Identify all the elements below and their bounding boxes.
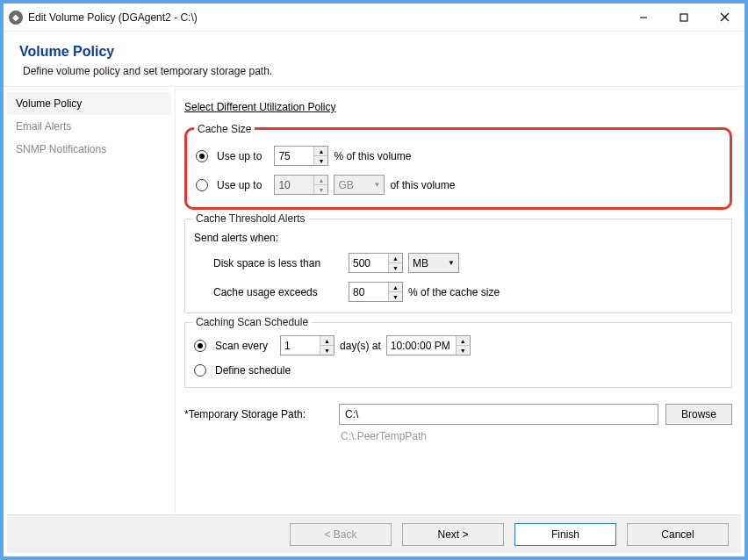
cache-size-legend: Cache Size [194,123,255,135]
cache-size-absolute-suffix: of this volume [390,179,455,191]
disk-space-input[interactable] [349,254,388,272]
cache-usage-input[interactable] [349,283,388,301]
temp-storage-hint: C:\.PeerTempPath [341,430,732,442]
spin-down-icon[interactable]: ▼ [314,156,327,165]
spin-up-icon[interactable]: ▲ [389,254,402,263]
svg-rect-1 [680,14,687,21]
cancel-button[interactable]: Cancel [627,523,729,546]
wizard-footer: < Back Next > Finish Cancel [7,514,741,553]
cache-threshold-intro: Send alerts when: [194,232,278,244]
heading: Volume Policy Define volume policy and s… [4,32,744,87]
disk-space-unit-value: MB [413,257,428,269]
spin-down-icon[interactable]: ▼ [314,185,327,194]
cache-size-group: Cache Size Use up to ▲ ▼ % of this volum… [184,127,732,210]
cache-threshold-group: Cache Threshold Alerts Send alerts when:… [184,219,732,313]
utilization-policy-link[interactable]: Select Different Utilization Policy [184,101,336,113]
window-title: Edit Volume Policy (DGAgent2 - C:\) [28,11,623,24]
spin-down-icon[interactable]: ▼ [320,346,334,355]
cache-size-percent-input[interactable] [275,147,313,165]
spin-up-icon[interactable]: ▲ [320,336,334,346]
temp-storage-input[interactable] [339,404,658,425]
spin-down-icon[interactable]: ▼ [389,292,402,301]
browse-button[interactable]: Browse [665,404,732,425]
cache-size-percent-suffix: % of this volume [334,150,411,162]
minimize-button[interactable] [623,4,664,31]
define-schedule-radio[interactable] [194,364,206,377]
cache-usage-suffix: % of the cache size [408,286,500,298]
cache-size-percent-label: Use up to [217,150,262,162]
spin-up-icon[interactable]: ▲ [314,147,327,156]
spin-down-icon[interactable]: ▼ [389,263,402,272]
scan-schedule-group: Caching Scan Schedule Scan every ▲ ▼ day… [184,322,732,388]
finish-button[interactable]: Finish [514,523,616,546]
scan-time-input[interactable] [387,336,456,355]
main-panel: Select Different Utilization Policy Cach… [176,87,744,513]
back-button[interactable]: < Back [290,523,392,546]
sidebar-item-email-alerts[interactable]: Email Alerts [7,115,171,138]
maximize-button[interactable] [664,4,704,31]
spin-up-icon[interactable]: ▲ [314,176,327,185]
cache-size-absolute-label: Use up to [217,179,262,191]
spin-down-icon[interactable]: ▼ [457,346,470,355]
sidebar-item-snmp-notifications[interactable]: SNMP Notifications [7,138,171,161]
cache-size-unit-select[interactable]: GB ▼ [334,175,385,195]
spin-up-icon[interactable]: ▲ [457,336,470,346]
disk-space-spinner[interactable]: ▲ ▼ [349,253,403,273]
close-button[interactable] [704,4,744,31]
temp-storage-label: *Temporary Storage Path: [184,408,332,420]
cache-threshold-legend: Cache Threshold Alerts [192,212,309,225]
chevron-down-icon: ▼ [373,181,380,189]
titlebar: ◆ Edit Volume Policy (DGAgent2 - C:\) [4,4,744,32]
app-icon: ◆ [9,11,23,25]
cache-size-absolute-radio[interactable] [196,179,208,191]
sidebar: Volume Policy Email Alerts SNMP Notifica… [4,87,176,513]
cache-usage-label: Cache usage exceeds [194,286,343,298]
disk-space-label: Disk space is less than [194,257,343,269]
page-subtitle: Define volume policy and set temporary s… [19,65,729,77]
spin-up-icon[interactable]: ▲ [389,283,402,292]
cache-size-absolute-spinner[interactable]: ▲ ▼ [274,175,328,195]
page-title: Volume Policy [19,44,729,60]
scan-every-radio[interactable] [194,340,206,352]
scan-time-spinner[interactable]: ▲ ▼ [386,335,471,355]
define-schedule-label: Define schedule [215,364,291,377]
scan-every-unit: day(s) at [340,340,381,352]
cache-size-percent-spinner[interactable]: ▲ ▼ [274,146,328,166]
scan-every-label: Scan every [215,340,268,352]
chevron-down-icon: ▼ [448,259,455,267]
next-button[interactable]: Next > [402,523,504,546]
cache-size-percent-radio[interactable] [196,150,208,162]
sidebar-item-volume-policy[interactable]: Volume Policy [7,92,171,115]
scan-every-spinner[interactable]: ▲ ▼ [280,335,334,355]
temp-storage-row: *Temporary Storage Path: Browse [184,404,732,425]
scan-every-input[interactable] [281,336,320,355]
disk-space-unit-select[interactable]: MB ▼ [408,253,459,273]
cache-size-absolute-input[interactable] [275,176,313,194]
cache-size-unit-value: GB [338,179,353,191]
scan-schedule-legend: Caching Scan Schedule [192,316,312,328]
cache-usage-spinner[interactable]: ▲ ▼ [349,282,403,302]
